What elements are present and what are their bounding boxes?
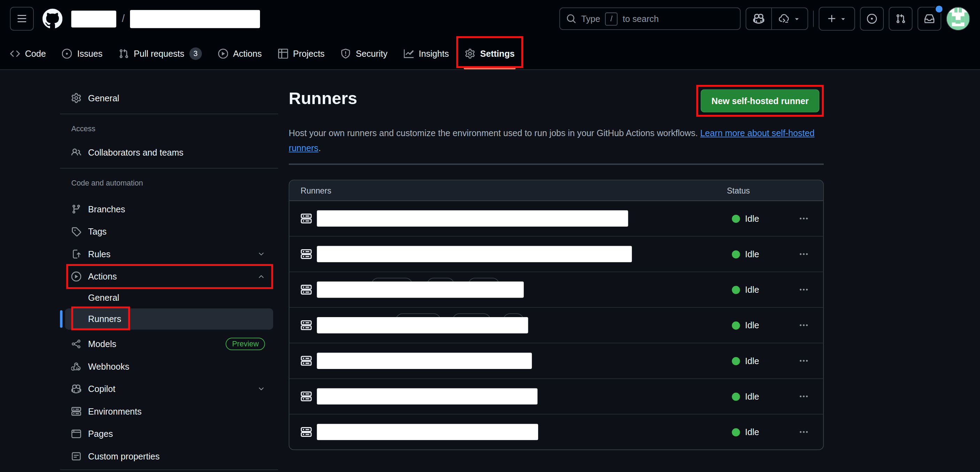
hamburger-icon bbox=[17, 14, 27, 24]
content-divider bbox=[289, 163, 824, 165]
sidebar-item-actions-general[interactable]: General bbox=[60, 290, 278, 306]
server-icon bbox=[71, 406, 81, 416]
sidebar-item-rules[interactable]: Rules bbox=[60, 245, 278, 263]
server-icon bbox=[301, 213, 312, 224]
sidebar-item-general[interactable]: General bbox=[60, 89, 278, 108]
kebab-menu-button[interactable] bbox=[799, 249, 809, 259]
project-icon bbox=[278, 48, 288, 59]
preview-badge: Preview bbox=[226, 337, 265, 350]
search-icon bbox=[566, 14, 576, 24]
sidebar-item-pages[interactable]: Pages bbox=[60, 424, 278, 443]
create-new-dropdown[interactable] bbox=[819, 7, 855, 31]
runner-status: Idle bbox=[732, 308, 759, 342]
avatar[interactable] bbox=[946, 7, 970, 31]
sidebar-section-access: Access bbox=[60, 124, 278, 133]
tab-settings[interactable]: Settings bbox=[460, 38, 520, 69]
search-input[interactable]: Type / to search bbox=[559, 8, 741, 30]
runner-status: Idle bbox=[732, 379, 759, 414]
runner-row: Idle bbox=[289, 271, 823, 307]
repo-name-redacted[interactable] bbox=[130, 10, 260, 28]
git-pull-request-icon bbox=[896, 14, 906, 24]
status-dot-idle bbox=[732, 285, 740, 293]
tab-projects[interactable]: Projects bbox=[273, 38, 329, 69]
tab-security[interactable]: Security bbox=[336, 38, 392, 69]
tab-actions[interactable]: Actions bbox=[213, 38, 267, 69]
status-dot-idle bbox=[732, 357, 740, 365]
search-placeholder-suffix: to search bbox=[623, 14, 659, 24]
plus-icon bbox=[827, 14, 837, 24]
sidebar-item-environments[interactable]: Environments bbox=[60, 402, 278, 421]
your-pull-requests-button[interactable] bbox=[889, 7, 912, 31]
github-mark-icon bbox=[43, 9, 62, 29]
cloud-terminal-icon bbox=[779, 13, 790, 24]
kebab-menu-button[interactable] bbox=[799, 213, 809, 223]
runner-status: Idle bbox=[732, 272, 759, 307]
models-icon bbox=[71, 339, 81, 349]
sidebar-item-collaborators[interactable]: Collaborators and teams bbox=[60, 143, 278, 162]
sidebar-item-branches[interactable]: Branches bbox=[60, 200, 278, 219]
global-menu-button[interactable] bbox=[10, 7, 34, 31]
repo-path-separator: / bbox=[122, 13, 125, 24]
runners-settings-content: Runners New self-hosted runner Host your… bbox=[289, 81, 824, 450]
description-period: . bbox=[318, 143, 321, 153]
sidebar-item-actions[interactable]: Actions bbox=[60, 267, 278, 286]
graph-icon bbox=[404, 48, 414, 59]
sidebar-divider bbox=[60, 168, 278, 168]
runner-status: Idle bbox=[732, 237, 759, 271]
tab-insights[interactable]: Insights bbox=[399, 38, 454, 69]
sidebar-item-custom-properties[interactable]: Custom properties bbox=[60, 447, 278, 466]
runner-name-redacted bbox=[317, 246, 632, 263]
copilot-button-group bbox=[745, 8, 808, 30]
copilot-button[interactable] bbox=[746, 8, 771, 29]
server-icon bbox=[301, 320, 312, 331]
sidebar-divider bbox=[60, 470, 278, 470]
runner-name-redacted bbox=[317, 317, 528, 333]
browser-icon bbox=[71, 429, 81, 439]
kebab-menu-button[interactable] bbox=[799, 356, 809, 366]
repo-owner-redacted[interactable] bbox=[71, 10, 116, 27]
runner-name-redacted bbox=[317, 424, 538, 440]
runner-status: Idle bbox=[732, 415, 759, 449]
copilot-icon bbox=[753, 13, 764, 24]
sidebar-item-webhooks[interactable]: Webhooks bbox=[60, 357, 278, 376]
github-logo[interactable] bbox=[43, 9, 62, 29]
kebab-menu-button[interactable] bbox=[799, 285, 809, 295]
runner-name-redacted bbox=[317, 388, 538, 404]
slash-key-hint: / bbox=[605, 12, 618, 25]
runner-row: Idle bbox=[289, 343, 823, 379]
kebab-menu-button[interactable] bbox=[799, 391, 809, 401]
kebab-menu-button[interactable] bbox=[799, 427, 809, 437]
tab-code[interactable]: Code bbox=[5, 38, 51, 69]
column-header-runners: Runners bbox=[289, 186, 331, 195]
active-tab-underline bbox=[464, 68, 516, 69]
status-dot-idle bbox=[732, 214, 740, 222]
sidebar-item-tags[interactable]: Tags bbox=[60, 222, 278, 241]
chevron-down-icon bbox=[258, 385, 265, 393]
runner-status: Idle bbox=[732, 343, 759, 378]
tab-pull-requests[interactable]: Pull requests 3 bbox=[114, 38, 207, 69]
runner-name-redacted bbox=[317, 282, 524, 298]
sidebar-item-copilot[interactable]: Copilot bbox=[60, 379, 278, 398]
navbar-divider bbox=[813, 10, 814, 27]
kebab-menu-button[interactable] bbox=[799, 320, 809, 330]
sidebar-item-actions-runners[interactable]: Runners bbox=[65, 309, 273, 329]
global-navbar: / Type / to search bbox=[0, 0, 980, 38]
gear-icon bbox=[465, 48, 476, 59]
sidebar-section-code-automation: Code and automation bbox=[60, 179, 278, 187]
identicon-avatar-image bbox=[947, 8, 970, 30]
status-dot-idle bbox=[732, 321, 740, 329]
runner-row: Idle bbox=[289, 236, 823, 271]
note-icon bbox=[71, 451, 81, 462]
git-branch-icon bbox=[71, 204, 81, 214]
your-issues-button[interactable] bbox=[860, 7, 884, 31]
code-icon bbox=[10, 48, 20, 59]
tab-issues[interactable]: Issues bbox=[57, 38, 107, 69]
table-header: Runners Status bbox=[289, 180, 823, 201]
sidebar-item-models[interactable]: Models Preview bbox=[60, 334, 278, 353]
copilot-agents-dropdown[interactable] bbox=[772, 8, 808, 29]
new-self-hosted-runner-button[interactable]: New self-hosted runner bbox=[701, 89, 819, 112]
server-icon bbox=[301, 391, 312, 402]
play-icon bbox=[71, 271, 81, 282]
tag-icon bbox=[71, 226, 81, 237]
server-icon bbox=[301, 426, 312, 437]
